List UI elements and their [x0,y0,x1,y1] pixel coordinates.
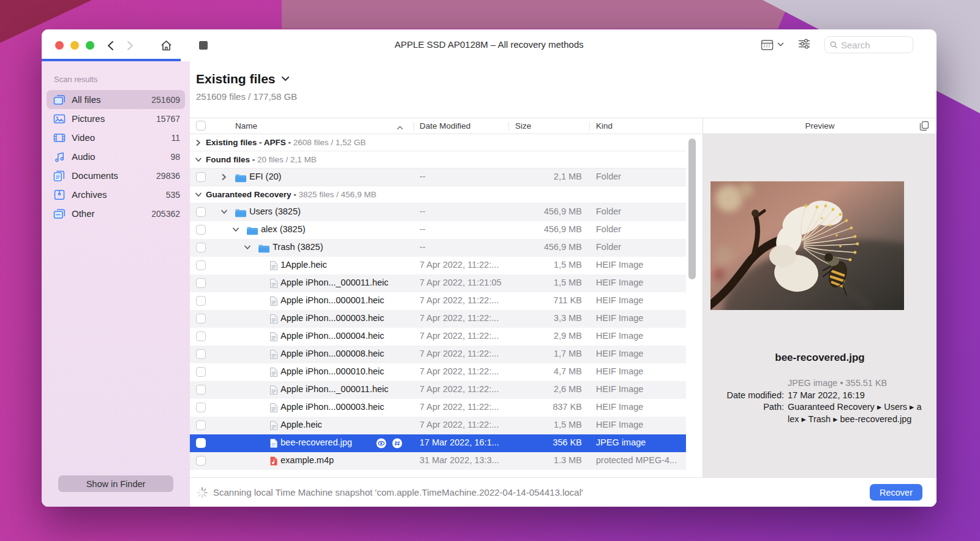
group-row-existing-files-apfs[interactable]: Existing files - APFS - 2608 files / 1,5… [190,134,686,151]
cell-date-modified: 7 Apr 2022, 11:22:... [420,384,505,394]
row-checkbox[interactable] [196,314,206,323]
table-row-alex-3825[interactable]: alex (3825)--456,9 MBFolder [190,221,686,239]
table-row-apple-iphon-000001-heic[interactable]: Apple iPhon...000001.heic7 Apr 2022, 11:… [190,292,686,310]
file-name: Trash (3825) [273,242,323,252]
table-row-apple-iphon-000011-heic[interactable]: Apple iPhon..._000011.heic7 Apr 2022, 11… [190,274,686,292]
table-row-efi-20[interactable]: EFI (20)--2,1 MBFolder [190,168,686,186]
chevron-down-icon[interactable] [281,76,290,82]
group-meta: 20 files / 2,1 MB [257,155,317,164]
row-checkbox[interactable] [196,420,206,430]
copy-preview-button[interactable] [919,121,929,133]
row-checkbox[interactable] [196,349,206,359]
row-checkbox[interactable] [196,296,206,306]
search-field[interactable] [824,36,913,53]
chevron-down-icon[interactable] [244,244,251,251]
sidebar-item-video[interactable]: Video 11 [47,128,185,147]
chevron-down-icon[interactable] [221,208,228,216]
table-row-apple-iphon-000010-heic[interactable]: Apple iPhon...000010.heic7 Apr 2022, 11:… [190,363,686,381]
table-row-apple-heic[interactable]: Apple.heic7 Apr 2022, 11:22:...1,5 MBHEI… [190,417,686,434]
row-checkbox[interactable] [196,207,206,217]
group-meta: 2608 files / 1,52 GB [293,138,366,147]
filter-settings-button[interactable] [797,37,811,53]
row-checkbox[interactable] [196,438,206,448]
chevron-right-icon[interactable] [195,139,202,146]
stop-scan-button[interactable] [197,39,210,52]
table-row-apple-iphon-000004-heic[interactable]: Apple iPhon...000004.heic7 Apr 2022, 11:… [190,328,686,346]
table-row-apple-iphon-000003-heic[interactable]: Apple iPhon...000003.heic7 Apr 2022, 11:… [190,399,686,417]
table-row-1apple-heic[interactable]: 1Apple.heic7 Apr 2022, 11:22:...1,5 MBHE… [190,257,686,274]
row-checkbox[interactable] [196,331,206,341]
sidebar-item-label: Documents [72,170,156,181]
sidebar-item-count: 29836 [156,171,180,181]
sidebar-item-pictures[interactable]: Pictures 15767 [47,109,185,128]
page-title[interactable]: Existing files [196,72,276,86]
column-header-size[interactable]: Size [515,121,531,131]
sidebar-item-all-files[interactable]: All files 251609 [47,90,185,109]
table-row-bee-recovered-jpg[interactable]: bee-recovered.jpg17 Mar 2022, 16:1...356… [190,434,686,452]
close-button[interactable] [55,41,64,50]
row-checkbox[interactable] [196,385,206,395]
row-checkbox[interactable] [196,172,206,182]
table-row-users-3825[interactable]: Users (3825)--456,9 MBFolder [190,203,686,221]
cell-date-modified: 7 Apr 2022, 11:22:... [420,295,505,305]
preview-photo-bee-blossom [710,181,904,310]
preview-eye-badge-icon [376,438,386,448]
meta-label [712,377,784,390]
file-name: Apple iPhon...000008.heic [281,349,384,358]
group-row-found-files[interactable]: Found files - 20 files / 2,1 MB [190,151,686,168]
table-row-example-m4p[interactable]: example.m4p31 Mar 2022, 13:3...1.3 MBpro… [190,452,686,470]
zoom-button[interactable] [86,41,94,50]
back-button[interactable] [104,39,117,52]
column-header-kind[interactable]: Kind [596,121,612,131]
table-row-trash-3825[interactable]: Trash (3825)--456,9 MBFolder [190,239,686,257]
row-checkbox[interactable] [196,403,206,412]
row-checkbox[interactable] [196,225,206,235]
path-label: Path: [712,401,784,425]
table-scrollbar[interactable] [688,138,696,279]
chevron-down-icon[interactable] [232,226,239,233]
select-all-checkbox[interactable] [196,121,206,131]
chevron-right-icon[interactable] [221,173,228,181]
row-checkbox[interactable] [196,243,206,252]
row-checkbox[interactable] [196,367,206,377]
table-row-apple-iphon-000011-heic[interactable]: Apple iPhon..._000011.heic7 Apr 2022, 11… [190,381,686,399]
home-button[interactable] [159,39,173,52]
heif-file-icon [270,403,281,413]
preview-file-name: bee-recovered.jpg [703,352,937,364]
chevron-down-icon[interactable] [195,191,202,199]
forward-button[interactable] [123,39,137,52]
sidebar-item-count: 98 [170,152,180,162]
folder-icon [235,172,246,183]
row-checkbox[interactable] [196,278,206,288]
cell-date-modified: -- [420,224,505,234]
row-checkbox[interactable] [196,456,206,466]
sidebar-item-other[interactable]: Other 205362 [47,204,185,223]
view-mode-button[interactable] [761,39,784,51]
sidebar: Scan results All files 251609 Pictures 1… [42,61,190,507]
recover-button[interactable]: Recover [870,484,922,501]
group-row-guaranteed-recovery[interactable]: Guaranteed Recovery - 3825 files / 456,9… [190,186,686,203]
jpeg-white-file-icon [270,438,281,448]
row-checkbox[interactable] [196,260,206,270]
sort-ascending-icon[interactable] [397,123,403,132]
table-row-apple-iphon-000003-heic[interactable]: Apple iPhon...000003.heic7 Apr 2022, 11:… [190,310,686,328]
chevron-down-icon[interactable] [195,156,202,164]
desktop-wallpaper: APPLE SSD AP0128M – All recovery methods [0,0,980,541]
sidebar-item-documents[interactable]: Documents 29836 [47,166,185,185]
show-in-finder-button[interactable]: Show in Finder [58,475,173,492]
file-name: Apple.heic [281,420,322,429]
sidebar-item-count: 535 [166,190,180,200]
file-name: Apple iPhon...000003.heic [281,402,384,412]
column-header-date[interactable]: Date Modified [420,121,470,131]
sidebar-item-audio[interactable]: Audio 98 [47,147,185,166]
sidebar-item-archives[interactable]: Archives 535 [47,185,185,204]
column-header-name[interactable]: Name [235,121,257,131]
heif-file-icon [270,314,281,324]
search-input[interactable] [841,40,908,50]
chevron-down-icon [777,42,784,47]
heif-file-icon [270,367,281,377]
cell-size: 1.3 MB [493,455,582,465]
minimize-button[interactable] [70,41,79,50]
table-row-apple-iphon-000008-heic[interactable]: Apple iPhon...000008.heic7 Apr 2022, 11:… [190,346,686,363]
column-divider [589,122,590,131]
